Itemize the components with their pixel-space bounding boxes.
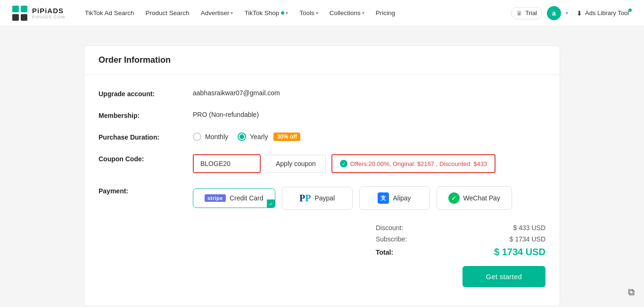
paypal-icon: PP <box>299 193 311 204</box>
monthly-radio[interactable] <box>193 133 201 141</box>
logo-name: PiPiADS <box>32 7 65 15</box>
membership-row: Membership: PRO (Non-refundable) <box>99 111 545 119</box>
navbar: PiPiADS PIPIADS.COM TikTok Ad Search Pro… <box>0 0 644 26</box>
alipay-icon: 支 <box>378 192 389 204</box>
credit-card-label: Credit Card <box>230 194 264 202</box>
upgrade-label: Upgrade account: <box>99 89 193 98</box>
chevron-down-icon[interactable]: ▾ <box>566 10 568 16</box>
coupon-area: Apply coupon ✓ Offers:20.00%, Original: … <box>193 154 495 173</box>
chevron-down-icon: ▾ <box>286 10 288 16</box>
nav-items: TikTok Ad Search Product Search Advertis… <box>80 7 511 19</box>
discount-label: Discount: <box>376 224 403 232</box>
logo-sub: PIPIADS.COM <box>32 15 65 19</box>
nav-product-search[interactable]: Product Search <box>141 7 194 19</box>
upgrade-row: Upgrade account: aabhasraikwar07@gmail.c… <box>99 89 545 98</box>
trial-label: Trial <box>525 9 537 17</box>
payment-selected-check: ✓ <box>267 199 275 208</box>
get-started-button[interactable]: Get started <box>462 266 545 287</box>
yearly-radio[interactable] <box>238 133 246 141</box>
monthly-option[interactable]: Monthly <box>193 133 228 141</box>
alipay-option[interactable]: 支 Alipay <box>359 186 430 210</box>
svg-rect-1 <box>12 6 19 12</box>
subscribe-row: Subscribe: $ 1734 USD <box>376 235 545 243</box>
payment-label: Payment: <box>99 186 193 195</box>
apply-coupon-button[interactable]: Apply coupon <box>266 155 326 173</box>
membership-value: PRO (Non-refundable) <box>193 111 259 118</box>
payment-options: stripe Credit Card ✓ PP Paypal 支 A <box>193 186 512 210</box>
stripe-icon: stripe <box>205 194 226 202</box>
nav-tiktok-shop[interactable]: TikTok Shop ▾ <box>239 7 293 19</box>
nav-tiktok-ad-search[interactable]: TikTok Ad Search <box>80 7 139 19</box>
ads-lib-dot-badge <box>628 8 632 12</box>
summary-section: Discount: $ 433 USD Subscribe: $ 1734 US… <box>99 224 545 287</box>
download-icon: ⬇ <box>577 9 582 17</box>
avatar[interactable]: a <box>547 6 561 20</box>
coupon-row: Coupon Code: Apply coupon ✓ Offers:20.00… <box>99 154 545 173</box>
coupon-result: ✓ Offers:20.00%, Original: $2167 , Disco… <box>331 154 495 173</box>
nav-pricing[interactable]: Pricing <box>371 7 400 19</box>
duration-label: Purchase Duration: <box>99 133 193 141</box>
payment-row: Payment: stripe Credit Card ✓ PP Paypal <box>99 186 545 210</box>
wechat-option[interactable]: ✓ WeChat Pay <box>437 186 512 210</box>
yearly-option[interactable]: Yearly 30% off <box>238 133 300 141</box>
total-value: $ 1734 USD <box>494 247 545 257</box>
credit-card-option[interactable]: stripe Credit Card ✓ <box>193 188 275 208</box>
logo[interactable]: PiPiADS PIPIADS.COM <box>11 5 65 22</box>
upgrade-value: aabhasraikwar07@gmail.com <box>193 89 280 97</box>
discount-row: Discount: $ 433 USD <box>376 224 545 232</box>
crown-icon: ♛ <box>516 9 522 17</box>
off-badge: 30% off <box>273 133 300 141</box>
page-title: Order Information <box>99 55 545 65</box>
page-content: Order Information Upgrade account: aabha… <box>74 45 570 307</box>
chevron-down-icon: ▾ <box>316 10 318 16</box>
coupon-input[interactable] <box>194 155 260 172</box>
paypal-option[interactable]: PP Paypal <box>282 187 353 210</box>
svg-rect-3 <box>12 14 19 21</box>
duration-options: Monthly Yearly 30% off <box>193 133 300 141</box>
subscribe-value: $ 1734 USD <box>510 235 545 243</box>
chevron-down-icon: ▾ <box>231 10 233 16</box>
trial-button[interactable]: ♛ Trial <box>511 7 542 19</box>
total-label: Total: <box>376 249 393 256</box>
alipay-label: Alipay <box>393 194 411 202</box>
discount-value: $ 433 USD <box>513 224 545 232</box>
yearly-label: Yearly <box>250 133 268 141</box>
paypal-label: Paypal <box>314 194 335 202</box>
nav-advertiser[interactable]: Advertiser ▾ <box>196 7 238 19</box>
duration-row: Purchase Duration: Monthly Yearly 30% of… <box>99 133 545 141</box>
membership-label: Membership: <box>99 111 193 119</box>
wechat-label: WeChat Pay <box>463 194 500 202</box>
coupon-input-wrap <box>193 154 261 173</box>
nav-tools[interactable]: Tools ▾ <box>295 7 323 19</box>
shop-dot-badge <box>281 11 284 15</box>
coupon-label: Coupon Code: <box>99 154 193 163</box>
chevron-down-icon: ▾ <box>362 10 364 16</box>
wechat-icon: ✓ <box>448 192 460 204</box>
check-circle-icon: ✓ <box>340 160 347 167</box>
radio-selected-dot <box>239 134 244 139</box>
ads-library-button[interactable]: ⬇ Ads Library Tool <box>573 8 633 19</box>
svg-rect-4 <box>21 14 27 21</box>
total-row: Total: $ 1734 USD <box>376 247 545 257</box>
coupon-result-text: Offers:20.00%, Original: $2167 , Discoun… <box>350 160 487 167</box>
subscribe-label: Subscribe: <box>376 235 407 243</box>
svg-rect-2 <box>21 6 27 12</box>
nav-right: ♛ Trial a ▾ ⬇ Ads Library Tool <box>511 6 633 20</box>
ads-library-label: Ads Library Tool <box>585 9 629 17</box>
nav-collections[interactable]: Collections ▾ <box>325 7 369 19</box>
order-header: Order Information <box>84 46 560 75</box>
order-body: Upgrade account: aabhasraikwar07@gmail.c… <box>84 75 560 306</box>
external-link-icon[interactable]: ⧉ <box>628 287 635 298</box>
monthly-label: Monthly <box>205 133 228 141</box>
order-card: Order Information Upgrade account: aabha… <box>84 45 560 307</box>
